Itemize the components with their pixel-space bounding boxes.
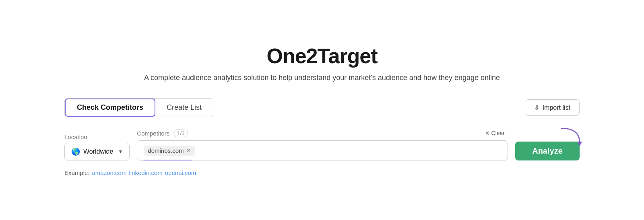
location-value: Worldwide xyxy=(83,148,113,155)
competitors-label: Competitors xyxy=(137,130,169,137)
competitor-tag-value: dominos.com xyxy=(148,147,184,154)
import-icon: ⇩ xyxy=(534,104,539,111)
globe-icon: 🌎 xyxy=(71,147,80,156)
tabs-container: Check Competitors Create List xyxy=(64,98,213,117)
svg-marker-0 xyxy=(577,142,582,146)
import-list-button[interactable]: ⇩ Import list xyxy=(525,99,580,116)
main-container: One2Target A complete audience analytics… xyxy=(40,28,604,192)
example-link-openai[interactable]: openai.com xyxy=(165,169,196,176)
location-select[interactable]: 🌎 Worldwide ▼ xyxy=(64,143,130,160)
page-title: One2Target xyxy=(266,44,377,68)
competitors-label-row: Competitors 1/5 ✕ Clear xyxy=(137,128,508,138)
example-link-linkedin[interactable]: linkedin.com xyxy=(129,169,162,176)
examples-prefix: Example: xyxy=(64,169,90,176)
competitors-field-group: Competitors 1/5 ✕ Clear dominos.com ✕ xyxy=(137,128,508,160)
arrow-icon xyxy=(559,126,584,146)
location-label: Location xyxy=(64,134,130,140)
clear-label: Clear xyxy=(491,130,505,136)
competitors-input-wrapper: dominos.com ✕ xyxy=(137,140,508,160)
input-underline xyxy=(143,160,192,161)
chevron-down-icon: ▼ xyxy=(118,149,123,154)
page-subtitle: A complete audience analytics solution t… xyxy=(144,74,500,82)
location-field-group: Location 🌎 Worldwide ▼ xyxy=(64,134,130,160)
form-row: Location 🌎 Worldwide ▼ Competitors 1/5 ✕… xyxy=(64,128,580,160)
competitors-input-box[interactable]: dominos.com ✕ xyxy=(137,140,508,160)
examples-row: Example: amazon.com linkedin.com openai.… xyxy=(64,169,580,176)
clear-x-icon: ✕ xyxy=(485,130,490,136)
tab-create-list[interactable]: Create List xyxy=(155,99,213,117)
controls-row: Check Competitors Create List ⇩ Import l… xyxy=(64,98,580,117)
import-list-label: Import list xyxy=(543,104,570,111)
example-link-amazon[interactable]: amazon.com xyxy=(92,169,127,176)
analyze-wrapper: Analyze xyxy=(515,142,580,160)
competitor-tag-remove[interactable]: ✕ xyxy=(186,148,191,153)
clear-button[interactable]: ✕ Clear xyxy=(482,128,508,138)
tab-check-competitors[interactable]: Check Competitors xyxy=(65,99,155,117)
competitor-tag: dominos.com ✕ xyxy=(144,146,195,156)
competitors-badge: 1/5 xyxy=(173,130,188,137)
